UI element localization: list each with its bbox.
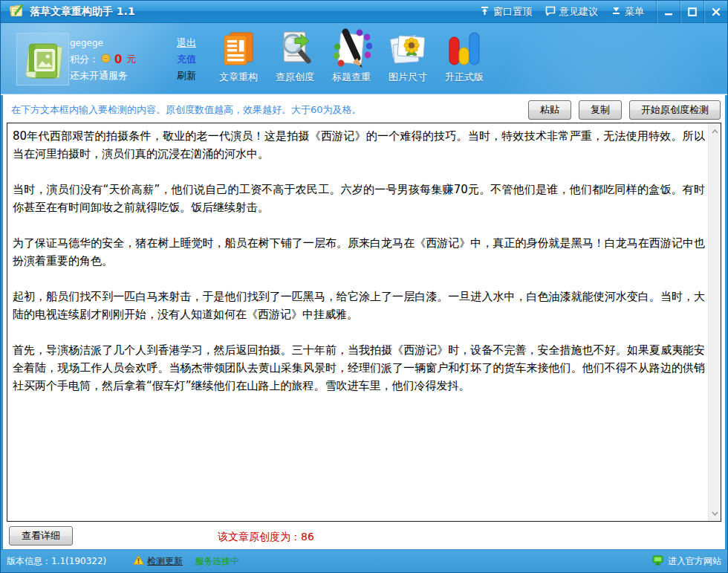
tool-image-size[interactable]: 图片尺寸 [380, 27, 436, 84]
copy-button[interactable]: 复制 [579, 100, 622, 120]
official-site-link[interactable]: 进入官方网站 [652, 555, 721, 568]
content-textbox[interactable]: 80年代西部艰苦的拍摄条件，敬业的老一代演员！这是拍摄《西游记》的一个难得的技巧… [7, 123, 721, 522]
menu-label: 菜单 [625, 5, 644, 19]
points-row: 积分： 0 元 [70, 51, 136, 68]
titlebar-left: 落草文章重构助手 1.1 [1, 3, 480, 21]
connection-status: 服务连接中 [195, 555, 239, 568]
paragraph: 80年代西部艰苦的拍摄条件，敬业的老一代演员！这是拍摄《西游记》的一个难得的技巧… [13, 127, 705, 163]
monitor-icon [652, 555, 663, 568]
check-update-link[interactable]: 检测更新 [133, 555, 183, 568]
points-label: 积分： [70, 53, 99, 66]
paragraph: 当时，演员们没有“天价高薪”，他们说自己的工资不高于农民工。六岁的一号男孩每集赚… [13, 181, 705, 216]
tool-title-dedup[interactable]: 标题查重 [323, 27, 380, 84]
paragraph: 起初，船员们找不到一匹白马来射击，于是他们找到了一匹黑马，给它涂上了一层白漆。一… [13, 288, 705, 323]
service-status: 还未开通服务 [70, 68, 136, 84]
main-inner: 在下方文本框内输入要检测的内容。原创度数值越高，效果越好。大于60为及格。 粘贴… [3, 95, 725, 551]
speech-bubble-icon [545, 6, 556, 18]
titlebar: 落草文章重构助手 1.1 窗口置顶 意见建 [1, 1, 727, 23]
originality-result: 该文章原创度为：86 [218, 531, 314, 544]
pin-window-label: 窗口置顶 [493, 5, 532, 19]
app-window: 落草文章重构助手 1.1 窗口置顶 意见建 [0, 0, 728, 573]
check-update-label: 检测更新 [147, 555, 183, 568]
user-info: gegege 积分： 0 元 还未开通服务 [70, 35, 136, 84]
maximize-button[interactable] [680, 1, 703, 23]
account-links: 退出 充值 刷新 [177, 35, 196, 84]
paragraph: 为了保证马德华的安全，猪在树上睡觉时，船员在树下铺了一层布。原来白龙马在《西游记… [13, 234, 705, 270]
feedback-button[interactable]: 意见建议 [545, 5, 598, 19]
main-area: 在下方文本框内输入要检测的内容。原创度数值越高，效果越好。大于60为及格。 粘贴… [1, 95, 727, 551]
tool-article-rebuild[interactable]: 文章重构 [210, 27, 267, 84]
upgrade-icon [443, 27, 485, 69]
tool-label: 标题查重 [332, 71, 371, 84]
scroll-up-icon[interactable] [709, 125, 721, 137]
title-dedup-icon [331, 27, 372, 69]
logout-link[interactable]: 退出 [177, 36, 196, 50]
instruction-row: 在下方文本框内输入要检测的内容。原创度数值越高，效果越好。大于60为及格。 粘贴… [3, 95, 725, 123]
app-logo-icon [8, 3, 25, 21]
pin-top-icon [480, 6, 490, 18]
article-rebuild-icon [218, 27, 259, 69]
tool-label: 文章重构 [219, 71, 258, 84]
scroll-down-icon[interactable] [709, 507, 721, 519]
avatar[interactable] [16, 33, 69, 85]
tool-originality-check[interactable]: 查原创度 [267, 27, 323, 84]
green-folder-icon [22, 38, 65, 81]
refresh-link[interactable]: 刷新 [177, 69, 196, 82]
tool-upgrade[interactable]: 升正式版 [436, 27, 493, 84]
official-site-label: 进入官方网站 [668, 555, 721, 568]
content-text[interactable]: 80年代西部艰苦的拍摄条件，敬业的老一代演员！这是拍摄《西游记》的一个难得的技巧… [7, 123, 708, 521]
tool-label: 查原创度 [276, 71, 314, 84]
recharge-link[interactable]: 充值 [177, 53, 196, 66]
image-size-icon [387, 27, 429, 69]
coin-icon [101, 54, 111, 65]
vertical-scrollbar[interactable] [708, 123, 721, 521]
chevron-down-icon [611, 6, 621, 17]
app-title: 落草文章重构助手 1.1 [30, 5, 135, 19]
statusbar: 版本信息：1.1(190322) 检测更新 服务连接中 [1, 549, 727, 572]
warning-icon [133, 555, 144, 567]
view-detail-button[interactable]: 查看详细 [9, 526, 73, 546]
paste-button[interactable]: 粘贴 [528, 100, 571, 120]
paragraph: 首先，导演杨洁派了几个人到香港学习，然后返回拍摄。三十年前，当我拍摄《西游记》时… [13, 341, 705, 395]
close-button[interactable] [703, 1, 727, 23]
minimize-button[interactable] [656, 1, 680, 23]
points-value: 0 [114, 53, 122, 66]
action-buttons: 粘贴 复制 开始原创度检测 [528, 100, 721, 120]
main-toolbar: 文章重构 查原创度 [210, 27, 493, 84]
menu-button[interactable]: 菜单 [611, 5, 644, 19]
instruction-text: 在下方文本框内输入要检测的内容。原创度数值越高，效果越好。大于60为及格。 [11, 103, 528, 117]
tool-label: 升正式版 [445, 71, 484, 84]
titlebar-actions: 窗口置顶 意见建议 菜单 [480, 5, 644, 19]
version-info: 版本信息：1.1(190322) [7, 555, 106, 568]
tool-label: 图片尺寸 [389, 71, 427, 84]
feedback-label: 意见建议 [559, 5, 598, 19]
start-detect-button[interactable]: 开始原创度检测 [629, 100, 721, 120]
window-controls [656, 1, 727, 23]
header-panel: gegege 积分： 0 元 还未开通服务 退出 充值 刷新 [1, 23, 727, 94]
pin-window-button[interactable]: 窗口置顶 [480, 5, 532, 19]
username: gegege [70, 35, 136, 51]
bottom-row: 查看详细 该文章原创度为：86 [7, 522, 721, 551]
originality-check-icon [274, 27, 316, 69]
points-unit: 元 [126, 53, 136, 66]
